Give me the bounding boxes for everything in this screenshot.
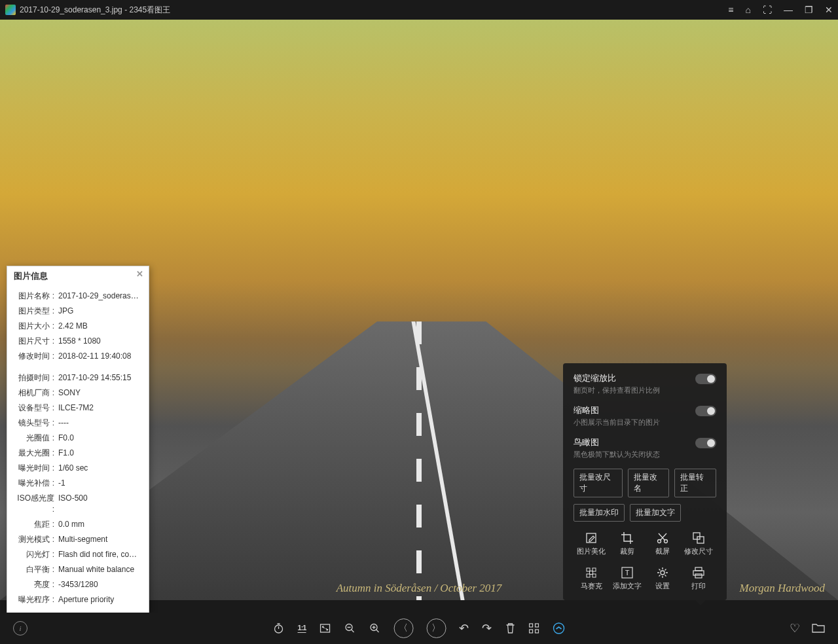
maximize-icon[interactable]: ❐ <box>805 5 813 15</box>
fit-screen-icon[interactable] <box>319 622 331 634</box>
svg-line-24 <box>376 630 378 632</box>
batch-button[interactable]: 批量加文字 <box>630 504 681 522</box>
toggle-switch[interactable] <box>695 406 716 416</box>
toggle-desc: 黑色极简下默认为关闭状态 <box>574 450 695 459</box>
svg-line-21 <box>351 630 354 632</box>
toggle-switch[interactable] <box>695 438 716 448</box>
text-icon: T <box>610 565 646 580</box>
info-panel-close-icon[interactable]: ✕ <box>136 269 143 279</box>
svg-rect-30 <box>535 630 538 633</box>
info-row: 闪光灯 :Flash did not fire, compul... <box>7 547 149 562</box>
folder-icon[interactable] <box>812 621 825 635</box>
svg-point-12 <box>661 571 665 575</box>
pin-icon[interactable]: ⌂ <box>746 5 751 15</box>
actual-size-button[interactable]: 1:1 <box>298 624 306 633</box>
info-row: 测光模式 :Multi-segment <box>7 532 149 547</box>
toggle-desc: 翻页时，保持查看图片比例 <box>574 385 695 395</box>
info-row: ISO感光度 :ISO-500 <box>7 491 149 517</box>
mosaic-icon <box>574 565 610 580</box>
info-row: 图片尺寸 :1558 * 1080 <box>7 334 149 349</box>
zoom-out-icon[interactable] <box>344 622 355 634</box>
window-title: 2017-10-29_soderasen_3.jpg - 2345看图王 <box>20 5 728 16</box>
info-row: 拍摄时间 :2017-10-29 14:55:15 <box>7 370 149 385</box>
gear-icon <box>645 565 681 580</box>
timer-icon[interactable] <box>273 622 285 634</box>
svg-rect-4 <box>697 537 704 543</box>
apps-icon[interactable] <box>528 623 539 634</box>
edit-icon <box>574 531 610 545</box>
tool-text[interactable]: T添加文字 <box>610 563 646 594</box>
menu-icon[interactable]: ≡ <box>728 5 733 15</box>
print-icon <box>681 565 717 580</box>
info-row: 图片类型 :JPG <box>7 304 149 319</box>
tool-resize[interactable]: 修改尺寸 <box>681 528 717 559</box>
svg-rect-3 <box>693 533 700 539</box>
batch-button[interactable]: 批量转正 <box>674 469 716 497</box>
prev-button[interactable]: 〈 <box>393 618 413 638</box>
info-row: 最大光圈 :F1.0 <box>7 446 149 461</box>
toggle-switch[interactable] <box>695 374 716 384</box>
close-icon[interactable]: ✕ <box>825 5 833 15</box>
tool-print[interactable]: 打印 <box>681 563 717 594</box>
svg-point-1 <box>658 540 661 543</box>
tool-scissors[interactable]: 截屏 <box>645 528 681 559</box>
info-row: 曝光时间 :1/60 sec <box>7 461 149 476</box>
info-row: 修改时间 :2018-02-11 19:40:08 <box>7 349 149 364</box>
toggle-desc: 小图展示当前目录下的图片 <box>574 418 695 427</box>
app-icon <box>5 5 16 15</box>
svg-point-2 <box>665 540 668 543</box>
info-row: 设备型号 :ILCE-7M2 <box>7 401 149 416</box>
more-tools-button[interactable] <box>552 622 565 635</box>
toggle-title: 缩略图 <box>574 404 695 416</box>
next-button[interactable]: 〉 <box>426 618 446 638</box>
svg-point-31 <box>553 623 564 634</box>
info-row: 相机厂商 :SONY <box>7 385 149 401</box>
info-row: 图片名称 :2017-10-29_soderasen_3 <box>7 289 149 304</box>
image-author: Morgan Hardwood <box>740 582 826 595</box>
tool-edit[interactable]: 图片美化 <box>574 528 610 559</box>
svg-rect-19 <box>320 624 329 632</box>
info-row: 曝光补偿 :-1 <box>7 476 149 491</box>
info-row: 白平衡 :Manual white balance <box>7 562 149 577</box>
info-row: 镜头型号 :---- <box>7 416 149 431</box>
crop-icon <box>610 531 646 545</box>
svg-rect-27 <box>529 624 532 627</box>
svg-text:T: T <box>625 569 629 577</box>
toggle-title: 锁定缩放比 <box>574 372 695 384</box>
info-row: 图片大小 :2.42 MB <box>7 319 149 334</box>
toggle-title: 鸟瞰图 <box>574 437 695 448</box>
rotate-left-icon[interactable]: ↶ <box>459 621 469 635</box>
zoom-in-icon[interactable] <box>369 622 380 634</box>
settings-popup: 锁定缩放比翻页时，保持查看图片比例缩略图小图展示当前目录下的图片鸟瞰图黑色极简下… <box>563 363 727 600</box>
batch-button[interactable]: 批量改名 <box>628 469 670 497</box>
batch-button[interactable]: 批量加水印 <box>574 504 625 522</box>
info-row: 光圈值 :F0.0 <box>7 431 149 446</box>
resize-icon <box>681 531 717 545</box>
tool-crop[interactable]: 裁剪 <box>610 528 646 559</box>
svg-rect-28 <box>535 624 538 627</box>
image-caption: Autumn in Söderåsen / October 2017 <box>337 582 502 595</box>
batch-button[interactable]: 批量改尺寸 <box>574 469 623 497</box>
info-button[interactable]: i <box>13 621 27 635</box>
rotate-right-icon[interactable]: ↷ <box>482 621 492 635</box>
scissors-icon <box>645 531 681 545</box>
image-info-panel: 图片信息 ✕ 图片名称 :2017-10-29_soderasen_3图片类型 … <box>7 266 149 613</box>
fullscreen-icon[interactable]: ⛶ <box>763 5 772 15</box>
info-row: 曝光程序 :Aperture priority <box>7 592 149 607</box>
info-row: 亮度 :-3453/1280 <box>7 577 149 592</box>
delete-icon[interactable] <box>505 622 515 634</box>
tool-mosaic[interactable]: 马赛克 <box>574 563 610 594</box>
info-panel-title: 图片信息 <box>14 271 48 281</box>
svg-rect-29 <box>529 630 532 633</box>
favorite-icon[interactable]: ♡ <box>790 621 800 635</box>
bottom-toolbar: i 1:1 〈 〉 ↶ ↷ ♡ <box>0 613 838 644</box>
info-row: 焦距 :0.0 mm <box>7 517 149 532</box>
svg-rect-15 <box>695 574 702 578</box>
tool-gear[interactable]: 设置 <box>645 563 681 594</box>
svg-rect-13 <box>695 567 702 571</box>
minimize-icon[interactable]: — <box>784 5 793 15</box>
